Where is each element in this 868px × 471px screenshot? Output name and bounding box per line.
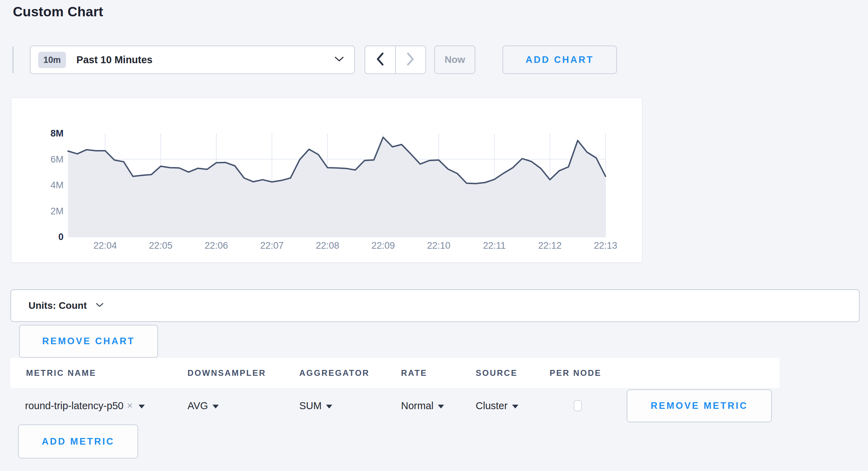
caret-down-icon (326, 405, 332, 408)
column-header-metric-name: METRIC NAME (26, 358, 96, 388)
add-metric-label: ADD METRIC (42, 436, 115, 447)
metric-name-value: round-trip-latency-p50 (25, 400, 124, 412)
custom-chart-page: { "page": { "title": "Custom Chart", "ba… (0, 0, 868, 471)
y-tick-label: 2M (50, 206, 64, 216)
time-window-badge: 10m (38, 52, 66, 68)
x-tick-label: 22:08 (316, 240, 340, 251)
x-tick-label: 22:11 (483, 240, 506, 251)
add-metric-button[interactable]: ADD METRIC (18, 424, 138, 458)
aggregator-value: SUM (299, 400, 322, 412)
downsampler-value: AVG (187, 400, 208, 412)
x-tick-label: 22:05 (149, 240, 173, 251)
per-node-checkbox[interactable] (574, 400, 582, 411)
x-tick-label: 22:10 (427, 240, 451, 251)
x-tick-label: 22:04 (93, 240, 117, 251)
aggregator-select[interactable]: SUM (299, 399, 332, 413)
chevron-down-icon (96, 303, 103, 309)
x-tick-label: 22:13 (594, 240, 617, 251)
next-range-button[interactable] (396, 46, 426, 73)
remove-metric-label: REMOVE METRIC (651, 400, 748, 411)
metric-name-select[interactable]: round-trip-latency-p50 × (25, 399, 145, 413)
caret-down-icon (438, 405, 444, 408)
time-window-label: Past 10 Minutes (76, 54, 152, 66)
y-tick-label: 4M (50, 180, 64, 190)
remove-metric-button[interactable]: REMOVE METRIC (627, 389, 772, 422)
x-tick-label: 22:06 (205, 240, 228, 251)
now-button[interactable]: Now (434, 46, 475, 74)
y-tick-label: 8M (50, 128, 64, 139)
chart-area-fill (68, 137, 606, 237)
source-select[interactable]: Cluster (476, 399, 518, 413)
now-button-label: Now (444, 54, 465, 65)
y-tick-label: 0 (58, 232, 64, 242)
column-header-downsampler: DOWNSAMPLER (187, 358, 266, 388)
x-tick-label: 22:07 (260, 240, 284, 251)
caret-down-icon (512, 405, 518, 408)
rate-select[interactable]: Normal (401, 399, 444, 413)
time-range-nav (365, 46, 426, 74)
x-tick-label: 22:09 (372, 240, 395, 251)
toolbar-left-rule (12, 46, 14, 73)
caret-down-icon (139, 405, 145, 408)
chevron-right-icon (407, 52, 414, 67)
y-tick-label: 6M (50, 154, 64, 165)
remove-chart-label: REMOVE CHART (42, 336, 135, 347)
rate-value: Normal (401, 400, 433, 412)
prev-range-button[interactable] (365, 46, 396, 73)
custom-chart-svg[interactable]: 22:0422:0522:0622:0722:0822:0922:1022:11… (11, 98, 642, 262)
chevron-down-icon (335, 57, 344, 63)
metrics-table-header: METRIC NAME DOWNSAMPLER AGGREGATOR RATE … (10, 358, 779, 388)
time-range-dropdown[interactable]: 10m Past 10 Minutes (30, 46, 355, 74)
add-chart-button[interactable]: ADD CHART (502, 46, 617, 74)
add-chart-label: ADD CHART (526, 55, 594, 65)
custom-chart-card: 22:0422:0522:0622:0722:0822:0922:1022:11… (11, 98, 642, 263)
x-tick-label: 22:12 (538, 240, 562, 251)
units-label: Units: Count (28, 300, 87, 311)
page-title: Custom Chart (13, 4, 103, 19)
column-header-rate: RATE (401, 358, 427, 388)
column-header-source: SOURCE (476, 358, 518, 388)
column-header-aggregator: AGGREGATOR (299, 358, 369, 388)
downsampler-select[interactable]: AVG (187, 399, 219, 413)
caret-down-icon (212, 405, 219, 408)
chevron-left-icon (376, 52, 384, 67)
source-value: Cluster (476, 400, 508, 412)
remove-chart-button[interactable]: REMOVE CHART (19, 325, 158, 358)
column-header-per-node: PER NODE (550, 358, 601, 388)
units-dropdown[interactable]: Units: Count (10, 289, 860, 322)
remove-x-icon[interactable]: × (127, 400, 133, 411)
